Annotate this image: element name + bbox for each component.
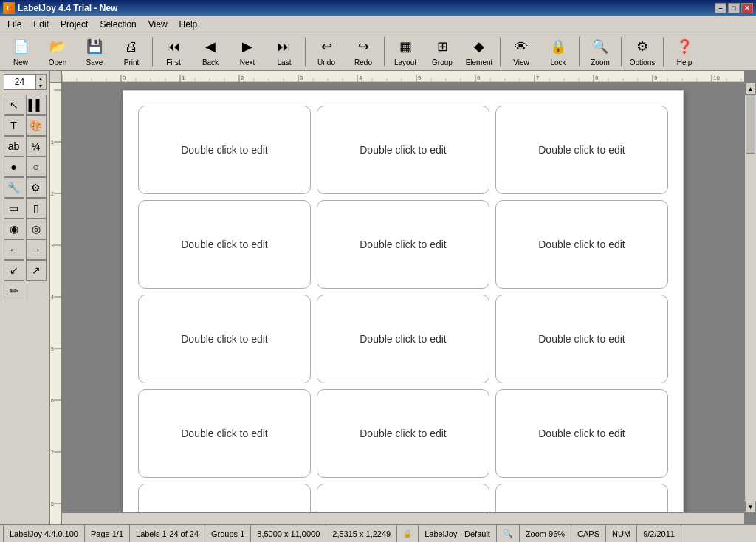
color2-tool[interactable]: ○ — [26, 157, 47, 177]
label-cell[interactable]: Double click to edit — [317, 106, 489, 194]
first-button[interactable]: ⏮First — [156, 35, 191, 69]
shape4-tool[interactable]: ◎ — [26, 219, 47, 239]
color1-tool[interactable]: ● — [4, 157, 24, 177]
redo-icon: ↪ — [353, 37, 374, 57]
svg-text:2: 2 — [241, 75, 244, 81]
scroll-down-arrow[interactable]: ▼ — [745, 501, 756, 512]
status-num: NUM — [606, 525, 637, 542]
zoom-button[interactable]: 🔍Zoom — [583, 35, 618, 69]
open-icon: 📂 — [47, 37, 68, 57]
left-tools-container: ↖▌▌T🎨ab¼●○🔧⚙▭▯◉◎←→↙↗✏ — [4, 95, 47, 301]
wrench-tool[interactable]: 🔧 — [4, 177, 24, 198]
label-cell[interactable]: Double click to edit — [138, 106, 311, 194]
title-bar-left: L LabelJoy 4.4 Trial - New — [3, 2, 117, 14]
pointer-tool[interactable]: ↖ — [4, 95, 24, 115]
scrollbar-right[interactable]: ▲ ▼ — [744, 83, 756, 512]
open-button[interactable]: 📂Open — [40, 35, 75, 69]
label-cell[interactable]: Double click to edit — [495, 200, 668, 289]
toolbar-separator — [384, 37, 385, 66]
menu-item-view[interactable]: View — [144, 18, 172, 31]
menu-item-help[interactable]: Help — [175, 18, 202, 31]
quarter-tool[interactable]: ¼ — [26, 136, 47, 157]
status-bar: LabelJoy 4.4.0.100 Page 1/1 Labels 1-24 … — [0, 524, 756, 542]
next-button[interactable]: ▶Next — [230, 35, 265, 69]
redo-label: Redo — [354, 58, 372, 66]
shape3-tool[interactable]: ◉ — [4, 219, 24, 239]
print-button[interactable]: 🖨Print — [114, 35, 149, 69]
options-button[interactable]: ⚙Options — [625, 35, 660, 69]
save-button[interactable]: 💾Save — [77, 35, 112, 69]
status-icon: 🔒 — [397, 525, 419, 542]
help-button[interactable]: ❓Help — [667, 35, 702, 69]
label-cell[interactable]: Double click to edit — [317, 295, 489, 383]
scrollbar-bottom[interactable] — [62, 512, 744, 524]
label-cell[interactable]: Double click to edit — [317, 389, 489, 478]
page-up-arrow[interactable]: ▲ — [35, 75, 46, 82]
redo-button[interactable]: ↪Redo — [346, 35, 381, 69]
element-button[interactable]: ◆Element — [461, 35, 497, 69]
new-button[interactable]: 📄New — [3, 35, 38, 69]
view-label: View — [513, 58, 529, 66]
paint-tool[interactable]: 🎨 — [26, 115, 47, 136]
label-cell[interactable]: Double click to edit — [495, 389, 668, 478]
ruler-top-svg: 0123456789101112131415161718 — [62, 71, 744, 82]
scrollbar-thumb[interactable] — [746, 95, 755, 154]
barcode-tool[interactable]: ▌▌ — [26, 95, 47, 115]
print-icon: 🖨 — [121, 37, 142, 57]
text-tool[interactable]: T — [4, 115, 24, 136]
label-cell[interactable]: Double click to edit — [138, 295, 311, 383]
page-down-arrow[interactable]: ▼ — [35, 82, 46, 89]
close-button[interactable]: ✕ — [741, 3, 753, 13]
layout-button[interactable]: ▦Layout — [388, 35, 423, 69]
arrow-dl-tool[interactable]: ↙ — [4, 260, 24, 281]
lock-button[interactable]: 🔒Lock — [540, 35, 576, 69]
shape2-tool[interactable]: ▯ — [26, 198, 47, 219]
arrow-right-tool[interactable]: → — [26, 239, 47, 260]
view-button[interactable]: 👁View — [504, 35, 539, 69]
arrow-ur-tool[interactable]: ↗ — [26, 260, 47, 281]
group-icon: ⊞ — [432, 37, 453, 57]
page-number-control[interactable]: 24 ▲ ▼ — [4, 74, 47, 90]
scroll-up-arrow[interactable]: ▲ — [745, 83, 756, 95]
label-cell[interactable]: Double click to edit — [138, 389, 311, 478]
label-cell[interactable]: Double click to edit — [138, 484, 311, 512]
menu-item-edit[interactable]: Edit — [29, 18, 53, 31]
last-button[interactable]: ⏭Last — [267, 35, 302, 69]
shape1-tool[interactable]: ▭ — [4, 198, 24, 219]
svg-text:8: 8 — [595, 75, 599, 81]
menu-item-selection[interactable]: Selection — [95, 18, 140, 31]
group-button[interactable]: ⊞Group — [425, 35, 460, 69]
status-zoom-icon: 🔍 — [497, 525, 520, 542]
element-label: Element — [466, 58, 493, 66]
new-label: New — [13, 58, 28, 66]
svg-text:3: 3 — [51, 243, 54, 248]
label-cell[interactable]: Double click to edit — [138, 200, 311, 289]
restore-button[interactable]: □ — [728, 3, 740, 13]
left-tool-row: ●○ — [4, 157, 47, 177]
label-cell[interactable]: Double click to edit — [317, 484, 489, 512]
arrow-left-tool[interactable]: ← — [4, 239, 24, 260]
label-cell[interactable]: Double click to edit — [317, 200, 489, 289]
menu-item-file[interactable]: File — [3, 18, 26, 31]
label-cell[interactable]: Double click to edit — [495, 484, 668, 512]
label-cell[interactable]: Double click to edit — [495, 295, 668, 383]
pencil-tool[interactable]: ✏ — [4, 281, 24, 301]
svg-text:6: 6 — [51, 398, 54, 403]
gear-tool[interactable]: ⚙ — [26, 177, 47, 198]
status-version: LabelJoy 4.4.0.100 — [3, 525, 85, 542]
help-label: Help — [677, 58, 693, 66]
label-cell[interactable]: Double click to edit — [495, 106, 668, 194]
svg-text:4: 4 — [51, 295, 54, 300]
svg-text:4: 4 — [359, 75, 362, 81]
svg-text:10: 10 — [713, 75, 720, 81]
abc-tool[interactable]: ab — [4, 136, 24, 157]
zoom-icon: 🔍 — [590, 37, 611, 57]
minimize-button[interactable]: – — [715, 3, 726, 13]
back-button[interactable]: ◀Back — [193, 35, 228, 69]
status-groups: Groups 1 — [205, 525, 251, 542]
lock-label: Lock — [550, 58, 566, 66]
menu-item-project[interactable]: Project — [56, 18, 92, 31]
save-label: Save — [86, 58, 103, 66]
svg-text:7: 7 — [51, 450, 54, 455]
undo-button[interactable]: ↩Undo — [309, 35, 344, 69]
